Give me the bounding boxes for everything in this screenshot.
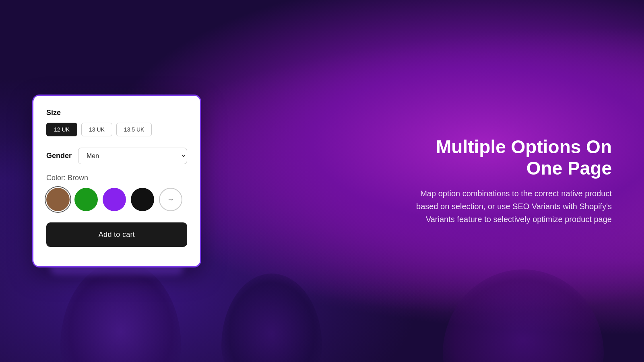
add-to-cart-button[interactable]: Add to cart bbox=[46, 222, 187, 247]
description: Map option combinations to the correct n… bbox=[402, 187, 612, 226]
color-swatch-green[interactable] bbox=[74, 188, 98, 211]
headline: Multiple Options On One Page bbox=[402, 136, 612, 179]
right-panel: Multiple Options On One Page Map option … bbox=[402, 136, 612, 226]
size-label: Size bbox=[46, 109, 187, 117]
size-button-13uk[interactable]: 13 UK bbox=[81, 123, 112, 136]
page-layout: Size 12 UK 13 UK 13.5 UK Gender Men Wome… bbox=[0, 0, 644, 362]
size-buttons-group: 12 UK 13 UK 13.5 UK bbox=[46, 123, 187, 136]
arrow-right-icon: → bbox=[167, 195, 174, 204]
color-section: Color: Brown → bbox=[46, 174, 187, 211]
gender-row: Gender Men Women Unisex bbox=[46, 148, 187, 164]
gender-select[interactable]: Men Women Unisex bbox=[78, 148, 187, 164]
color-swatch-purple[interactable] bbox=[103, 188, 126, 211]
color-swatch-brown[interactable] bbox=[46, 188, 70, 211]
size-button-12uk[interactable]: 12 UK bbox=[46, 123, 77, 136]
color-swatch-black[interactable] bbox=[131, 188, 154, 211]
color-swatches-group: → bbox=[46, 188, 187, 211]
color-swatch-more[interactable]: → bbox=[159, 188, 182, 211]
color-label-text: Color: bbox=[46, 174, 66, 182]
selected-color-name: Brown bbox=[68, 174, 88, 182]
product-card: Size 12 UK 13 UK 13.5 UK Gender Men Wome… bbox=[32, 95, 201, 267]
card-shadow bbox=[50, 262, 183, 274]
gender-label: Gender bbox=[46, 152, 72, 160]
size-button-135uk[interactable]: 13.5 UK bbox=[116, 123, 152, 136]
color-label: Color: Brown bbox=[46, 174, 187, 182]
